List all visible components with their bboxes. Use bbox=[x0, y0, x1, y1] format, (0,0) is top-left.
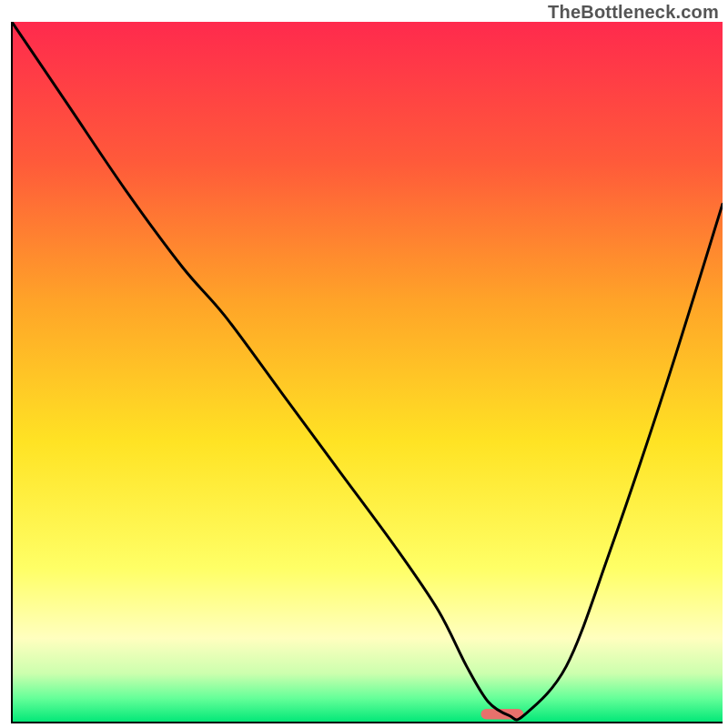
gradient-background bbox=[12, 22, 723, 723]
chart-stage: TheBottleneck.com bbox=[0, 0, 728, 728]
bottleneck-chart bbox=[0, 0, 728, 728]
valley-marker bbox=[480, 709, 523, 720]
